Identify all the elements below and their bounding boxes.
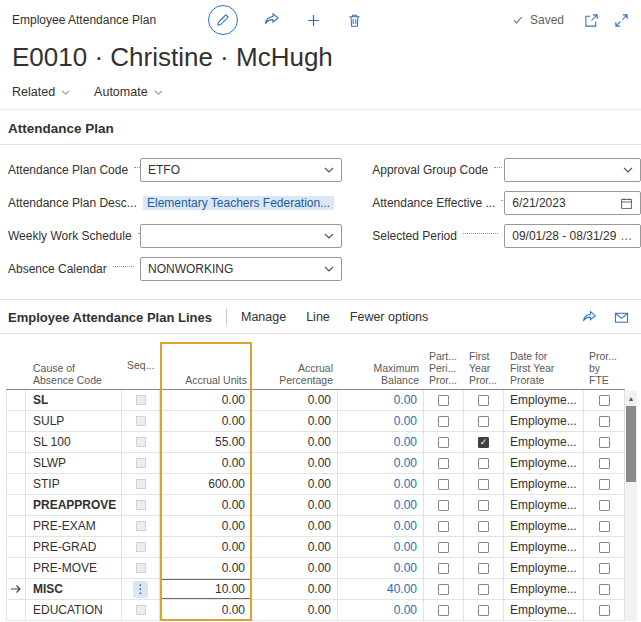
cell-accrual-units[interactable]: 55.00	[160, 432, 252, 453]
partial-period-prorate-checkbox[interactable]	[438, 458, 449, 469]
cell-partial-period-prorate[interactable]	[424, 411, 464, 432]
cell-partial-period-prorate[interactable]	[424, 600, 464, 621]
table-row[interactable]: EDUCATION0.000.000.00Employme...	[6, 600, 625, 621]
cell-accrual-percentage[interactable]: 0.00	[252, 600, 338, 621]
cell-date-for-first-year-prorate[interactable]: Employme...	[504, 579, 584, 600]
scroll-up-arrow-icon[interactable]: ▲	[625, 391, 637, 405]
cell-maximum-balance[interactable]: 40.00	[338, 579, 424, 600]
share-lines-button[interactable]	[582, 310, 597, 325]
absence-calendar-combobox[interactable]: NONWORKING	[140, 257, 342, 281]
cell-seq[interactable]	[122, 558, 160, 579]
cell-first-year-prorate[interactable]	[464, 474, 504, 495]
export-lines-button[interactable]	[614, 310, 629, 325]
cell-accrual-units[interactable]: 600.00	[160, 474, 252, 495]
cell-first-year-prorate[interactable]	[464, 600, 504, 621]
prorate-by-fte-checkbox[interactable]	[599, 542, 610, 553]
cell-seq[interactable]	[122, 474, 160, 495]
first-year-prorate-checkbox[interactable]	[478, 605, 489, 616]
prorate-by-fte-checkbox[interactable]	[599, 521, 610, 532]
expand-button[interactable]	[614, 13, 629, 28]
first-year-prorate-checkbox[interactable]: ✓	[478, 437, 489, 448]
cell-maximum-balance[interactable]: 0.00	[338, 432, 424, 453]
cell-first-year-prorate[interactable]	[464, 390, 504, 411]
cell-partial-period-prorate[interactable]	[424, 579, 464, 600]
cell-cause-of-absence-code[interactable]: SLWP	[26, 453, 122, 474]
col-header-seq[interactable]: Seq...	[122, 342, 160, 389]
breadcrumb[interactable]: Employee Attendance Plan	[12, 13, 156, 27]
vertical-scrollbar[interactable]: ▲	[625, 391, 637, 621]
partial-period-prorate-checkbox[interactable]	[438, 479, 449, 490]
automate-menu[interactable]: Automate	[94, 85, 163, 99]
cell-accrual-units[interactable]: 10.00	[160, 579, 252, 600]
cell-cause-of-absence-code[interactable]: SULP	[26, 411, 122, 432]
cell-cause-of-absence-code[interactable]: MISC	[26, 579, 122, 600]
cell-date-for-first-year-prorate[interactable]: Employme...	[504, 411, 584, 432]
row-selector-cell[interactable]	[6, 579, 26, 600]
cell-accrual-percentage[interactable]: 0.00	[252, 558, 338, 579]
cell-cause-of-absence-code[interactable]: SL 100	[26, 432, 122, 453]
cell-first-year-prorate[interactable]	[464, 579, 504, 600]
prorate-by-fte-checkbox[interactable]	[599, 500, 610, 511]
cell-cause-of-absence-code[interactable]: SL	[26, 390, 122, 411]
prorate-by-fte-checkbox[interactable]	[599, 395, 610, 406]
cell-maximum-balance[interactable]: 0.00	[338, 411, 424, 432]
prorate-by-fte-checkbox[interactable]	[599, 437, 610, 448]
cell-date-for-first-year-prorate[interactable]: Employme...	[504, 390, 584, 411]
col-header-accrual-units[interactable]: Accrual Units	[160, 342, 252, 389]
first-year-prorate-checkbox[interactable]	[478, 416, 489, 427]
cell-accrual-percentage[interactable]: 0.00	[252, 495, 338, 516]
table-row[interactable]: PRE-GRAD0.000.000.00Employme...	[6, 537, 625, 558]
attendance-plan-code-combobox[interactable]: ETFO	[140, 158, 342, 182]
cell-accrual-units[interactable]: 0.00	[160, 495, 252, 516]
cell-accrual-percentage[interactable]: 0.00	[252, 453, 338, 474]
cell-prorate-by-fte[interactable]	[584, 432, 625, 453]
cell-maximum-balance[interactable]: 0.00	[338, 558, 424, 579]
row-selector-cell[interactable]	[6, 558, 26, 579]
col-header-first-year-prorate[interactable]: FirstYearPror...	[464, 342, 504, 389]
col-header-date-for-first-year-prorate[interactable]: Date forFirst YearProrate	[504, 342, 584, 389]
col-header-cause-of-absence-code[interactable]: Cause ofAbsence Code	[26, 342, 122, 389]
chevron-down-icon[interactable]	[324, 167, 334, 173]
cell-date-for-first-year-prorate[interactable]: Employme...	[504, 516, 584, 537]
cell-first-year-prorate[interactable]	[464, 453, 504, 474]
weekly-work-schedule-combobox[interactable]	[140, 224, 342, 248]
ellipsis-lookup-button[interactable]: …	[620, 229, 633, 243]
menu-item-manage[interactable]: Manage	[241, 310, 286, 324]
row-selector-cell[interactable]	[6, 600, 26, 621]
first-year-prorate-checkbox[interactable]	[478, 584, 489, 595]
cell-seq[interactable]	[122, 453, 160, 474]
chevron-down-icon[interactable]	[623, 167, 633, 173]
cell-accrual-percentage[interactable]: 0.00	[252, 432, 338, 453]
table-row[interactable]: SL0.000.000.00Employme...	[6, 390, 625, 411]
cell-maximum-balance[interactable]: 0.00	[338, 390, 424, 411]
cell-prorate-by-fte[interactable]	[584, 579, 625, 600]
prorate-by-fte-checkbox[interactable]	[599, 563, 610, 574]
cell-cause-of-absence-code[interactable]: EDUCATION	[26, 600, 122, 621]
cell-cause-of-absence-code[interactable]: PRE-GRAD	[26, 537, 122, 558]
cell-accrual-units[interactable]: 0.00	[160, 453, 252, 474]
table-row[interactable]: SL 10055.000.000.00✓Employme...	[6, 432, 625, 453]
cell-accrual-percentage[interactable]: 0.00	[252, 390, 338, 411]
table-row[interactable]: STIP600.000.000.00Employme...	[6, 474, 625, 495]
partial-period-prorate-checkbox[interactable]	[438, 500, 449, 511]
cell-cause-of-absence-code[interactable]: PRE-EXAM	[26, 516, 122, 537]
attendance-effective-date-field[interactable]: 6/21/2023	[504, 191, 641, 215]
cell-date-for-first-year-prorate[interactable]: Employme...	[504, 495, 584, 516]
partial-period-prorate-checkbox[interactable]	[438, 542, 449, 553]
cell-date-for-first-year-prorate[interactable]: Employme...	[504, 558, 584, 579]
menu-item-line[interactable]: Line	[306, 310, 330, 324]
add-button[interactable]	[306, 13, 321, 28]
first-year-prorate-checkbox[interactable]	[478, 563, 489, 574]
cell-maximum-balance[interactable]: 0.00	[338, 453, 424, 474]
share-button[interactable]	[264, 12, 280, 28]
cell-partial-period-prorate[interactable]	[424, 432, 464, 453]
cell-partial-period-prorate[interactable]	[424, 390, 464, 411]
cell-partial-period-prorate[interactable]	[424, 495, 464, 516]
first-year-prorate-checkbox[interactable]	[478, 458, 489, 469]
cell-first-year-prorate[interactable]: ✓	[464, 432, 504, 453]
partial-period-prorate-checkbox[interactable]	[438, 437, 449, 448]
cell-prorate-by-fte[interactable]	[584, 411, 625, 432]
cell-accrual-percentage[interactable]: 0.00	[252, 516, 338, 537]
scrollbar-thumb[interactable]	[626, 406, 636, 482]
cell-seq[interactable]	[122, 390, 160, 411]
